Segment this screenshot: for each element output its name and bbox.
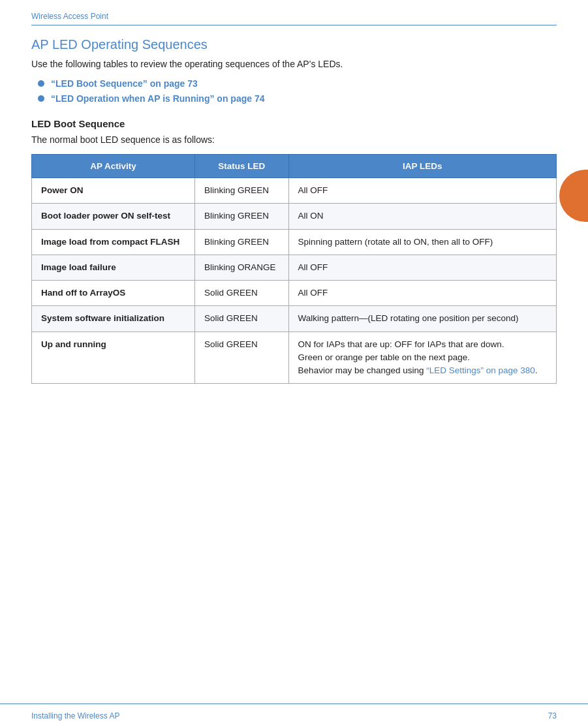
led-table: AP Activity Status LED IAP LEDs Power ON… (31, 154, 557, 384)
cell-status-led: Blinking ORANGE (195, 255, 289, 280)
cell-status-led: Blinking GREEN (195, 204, 289, 229)
header-divider (31, 25, 557, 25)
cell-activity: Up and running (32, 332, 195, 384)
list-item: “LED Boot Sequence” on page 73 (38, 78, 557, 89)
bullet-link-1[interactable]: “LED Boot Sequence” on page 73 (51, 78, 198, 89)
led-settings-link[interactable]: “LED Settings” on page 380 (426, 365, 535, 375)
cell-iap-leds: All OFF (288, 255, 556, 280)
cell-activity: Power ON (32, 178, 195, 204)
bullet-link-2[interactable]: “LED Operation when AP is Running” on pa… (51, 93, 264, 104)
cell-activity: Boot loader power ON self-test (32, 204, 195, 229)
table-row: Hand off to ArrayOSSolid GREENAll OFF (32, 281, 557, 306)
col-header-status-led: Status LED (195, 155, 289, 178)
col-header-activity: AP Activity (32, 155, 195, 178)
list-item: “LED Operation when AP is Running” on pa… (38, 93, 557, 104)
footer-left: Installing the Wireless AP (31, 711, 119, 720)
cell-iap-leds: All OFF (288, 281, 556, 306)
subsection-heading: LED Boot Sequence (31, 118, 557, 129)
corner-decoration (559, 170, 588, 222)
cell-status-led: Blinking GREEN (195, 229, 289, 255)
footer-right: 73 (548, 711, 557, 720)
sub-intro: The normal boot LED sequence is as follo… (31, 134, 557, 145)
cell-status-led: Solid GREEN (195, 332, 289, 384)
table-row: Image load failureBlinking ORANGEAll OFF (32, 255, 557, 280)
cell-iap-leds: Spinning pattern (rotate all to ON, then… (288, 229, 556, 255)
table-row: System software initializationSolid GREE… (32, 306, 557, 332)
cell-activity: Hand off to ArrayOS (32, 281, 195, 306)
col-header-iap-leds: IAP LEDs (288, 155, 556, 178)
intro-text: Use the following tables to review the o… (31, 59, 557, 69)
table-row: Power ONBlinking GREENAll OFF (32, 178, 557, 204)
header-title: Wireless Access Point (31, 12, 557, 21)
cell-activity: Image load failure (32, 255, 195, 280)
table-row: Boot loader power ON self-testBlinking G… (32, 204, 557, 229)
cell-status-led: Solid GREEN (195, 306, 289, 332)
cell-iap-leds: All ON (288, 204, 556, 229)
bullet-dot (38, 95, 44, 102)
table-row: Image load from compact FLASHBlinking GR… (32, 229, 557, 255)
cell-activity: System software initialization (32, 306, 195, 332)
cell-iap-leds: Walking pattern—(LED rotating one positi… (288, 306, 556, 332)
table-row: Up and runningSolid GREENON for IAPs tha… (32, 332, 557, 384)
cell-iap-leds: All OFF (288, 178, 556, 204)
footer-bar: Installing the Wireless AP 73 (0, 704, 588, 727)
cell-status-led: Blinking GREEN (195, 178, 289, 204)
cell-status-led: Solid GREEN (195, 281, 289, 306)
bullet-dot (38, 80, 44, 87)
bullet-list: “LED Boot Sequence” on page 73 “LED Oper… (31, 78, 557, 104)
page-wrapper: Wireless Access Point AP LED Operating S… (0, 0, 588, 727)
cell-iap-leds: ON for IAPs that are up: OFF for IAPs th… (288, 332, 556, 384)
section-heading: AP LED Operating Sequences (31, 37, 557, 52)
cell-activity: Image load from compact FLASH (32, 229, 195, 255)
